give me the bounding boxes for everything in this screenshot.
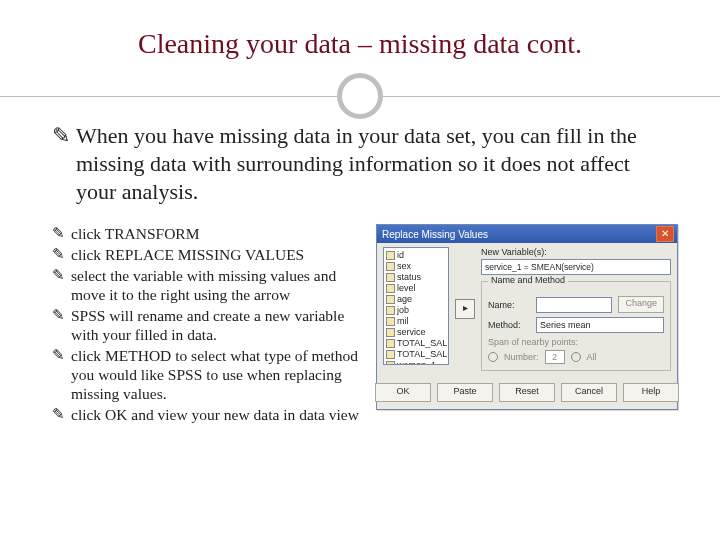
bullet-icon: ✎ [52,266,71,304]
method-select[interactable]: Series mean [536,317,664,333]
var-label: women_1 [397,360,436,365]
paste-button[interactable]: Paste [437,383,493,402]
list-item[interactable]: sex [386,261,446,272]
cancel-button[interactable]: Cancel [561,383,617,402]
var-icon [386,317,395,326]
var-label: TOTAL_SALES [397,338,449,349]
span-number-label: Number: [504,352,539,362]
bullet-icon: ✎ [52,346,71,403]
var-icon [386,328,395,337]
step-text: click REPLACE MISSING VALUES [71,245,304,264]
method-row: Method: Series mean [488,317,664,333]
var-label: service [397,327,426,338]
bullet-icon: ✎ [52,245,71,264]
radio-all[interactable] [571,352,581,362]
bullet-icon: ✎ [52,224,71,243]
slide: Cleaning your data – missing data cont. … [0,0,720,540]
step-text: click OK and view your new data in data … [71,405,359,424]
list-item: ✎click METHOD to select what type of met… [52,346,360,403]
divider [0,78,720,114]
intro-row: ✎ When you have missing data in your dat… [52,122,668,206]
span-row: Span of nearby points: [488,337,664,347]
var-icon [386,295,395,304]
dialog-body: id sex status level age job mil service … [377,243,677,377]
list-item: ✎SPSS will rename and create a new varia… [52,306,360,344]
var-label: job [397,305,409,316]
dialog-title: Replace Missing Values [382,229,656,240]
dialog-titlebar: Replace Missing Values ✕ [377,225,677,243]
change-button[interactable]: Change [618,296,664,313]
step-text: click METHOD to select what type of meth… [71,346,360,403]
list-item: ✎click REPLACE MISSING VALUES [52,245,360,264]
bullet-icon: ✎ [52,122,76,206]
steps-column: ✎click TRANSFORM ✎click REPLACE MISSING … [52,224,360,426]
span-options: Number: 2 All [488,350,664,364]
divider-ring-icon [337,73,383,119]
variable-list[interactable]: id sex status level age job mil service … [383,247,449,365]
var-icon [386,273,395,282]
var-icon [386,306,395,315]
span-all-label: All [587,352,597,362]
reset-button[interactable]: Reset [499,383,555,402]
step-text: SPSS will rename and create a new variab… [71,306,360,344]
var-label: level [397,283,416,294]
var-icon [386,350,395,359]
var-label: sex [397,261,411,272]
list-item[interactable]: mil [386,316,446,327]
list-item[interactable]: id [386,250,446,261]
list-item[interactable]: women_1 [386,360,446,365]
screenshot-column: Replace Missing Values ✕ id sex status l… [376,224,678,426]
list-item: ✎click OK and view your new data in data… [52,405,360,424]
var-icon [386,262,395,271]
dialog-buttons: OK Paste Reset Cancel Help [377,377,677,409]
list-item: ✎select the variable with missing values… [52,266,360,304]
list-item[interactable]: TOTAL_SALES* [386,349,446,360]
list-item[interactable]: TOTAL_SALES [386,338,446,349]
list-item[interactable]: status [386,272,446,283]
list-item[interactable]: service [386,327,446,338]
title-wrap: Cleaning your data – missing data cont. [0,0,720,60]
list-item[interactable]: level [386,283,446,294]
var-icon [386,284,395,293]
bullet-icon: ✎ [52,405,71,424]
dialog-replace-missing-values: Replace Missing Values ✕ id sex status l… [376,224,678,410]
bullet-icon: ✎ [52,306,71,344]
new-variable-list[interactable]: service_1 = SMEAN(service) [481,259,671,275]
step-text: click TRANSFORM [71,224,199,243]
body: ✎ When you have missing data in your dat… [0,114,720,426]
list-item: ✎click TRANSFORM [52,224,360,243]
new-variable-column: New Variable(s): service_1 = SMEAN(servi… [481,247,671,371]
var-icon [386,251,395,260]
var-label: TOTAL_SALES* [397,349,449,360]
name-label: Name: [488,300,530,310]
radio-number[interactable] [488,352,498,362]
span-number-field[interactable]: 2 [545,350,565,364]
list-item[interactable]: job [386,305,446,316]
var-label: age [397,294,412,305]
method-label: Method: [488,320,530,330]
step-text: select the variable with missing values … [71,266,360,304]
name-field[interactable] [536,297,612,313]
new-variable-label: New Variable(s): [481,247,671,257]
help-button[interactable]: Help [623,383,679,402]
intro-text: When you have missing data in your data … [76,122,668,206]
columns: ✎click TRANSFORM ✎click REPLACE MISSING … [52,224,668,426]
move-right-button[interactable]: ▸ [455,299,475,319]
new-variable-item: service_1 = SMEAN(service) [485,262,667,272]
page-title: Cleaning your data – missing data cont. [60,28,660,60]
dialog-top-row: id sex status level age job mil service … [383,247,671,371]
group-legend: Name and Method [488,275,568,285]
steps-list: ✎click TRANSFORM ✎click REPLACE MISSING … [52,224,360,424]
var-label: status [397,272,421,283]
list-item[interactable]: age [386,294,446,305]
span-label: Span of nearby points: [488,337,578,347]
var-label: id [397,250,404,261]
var-icon [386,361,395,365]
ok-button[interactable]: OK [375,383,431,402]
name-row: Name: Change [488,296,664,313]
var-icon [386,339,395,348]
var-label: mil [397,316,409,327]
name-method-group: Name and Method Name: Change Method: Ser… [481,281,671,371]
close-icon[interactable]: ✕ [656,226,674,242]
